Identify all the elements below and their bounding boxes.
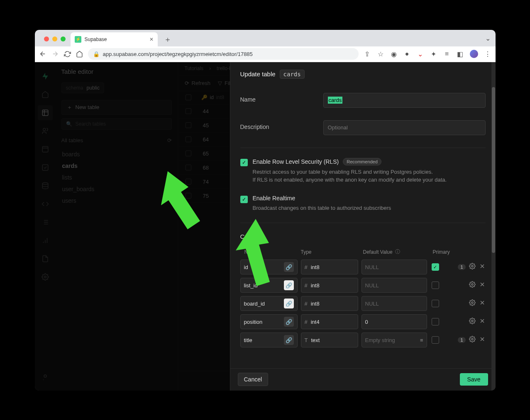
remove-column-icon[interactable] <box>479 281 486 289</box>
link-icon[interactable]: 🔗 <box>284 280 294 290</box>
table-nav-icon[interactable] <box>38 105 53 120</box>
auth-nav-icon[interactable] <box>38 124 53 138</box>
column-default-input[interactable]: NULL <box>361 260 427 274</box>
app-content: Table editor schema public ＋ New table 🔍… <box>35 62 496 391</box>
list-nav-icon[interactable] <box>38 215 53 230</box>
table-list-item-cards[interactable]: cards <box>61 160 172 172</box>
gear-icon[interactable] <box>469 336 476 344</box>
side-panel-icon[interactable]: ◧ <box>457 50 464 58</box>
gear-icon[interactable] <box>469 263 476 271</box>
search-tables-input[interactable]: 🔍 Search tables <box>61 118 172 130</box>
new-tab-button[interactable]: ＋ <box>162 34 173 45</box>
row-checkbox[interactable] <box>186 193 191 199</box>
column-default-input[interactable]: NULL <box>361 296 427 311</box>
col-header-primary: Primary <box>433 249 458 255</box>
column-default-input[interactable]: NULL <box>361 278 427 293</box>
chevron-down-icon[interactable]: ⌄ <box>485 34 491 42</box>
storage-nav-icon[interactable] <box>38 142 53 157</box>
primary-key-checkbox[interactable] <box>432 318 439 325</box>
reports-nav-icon[interactable] <box>38 233 53 248</box>
minimize-window-button[interactable] <box>52 36 57 41</box>
close-window-button[interactable] <box>44 36 49 41</box>
breadcrumb-project[interactable]: Tutorials <box>185 66 204 71</box>
extension-icon-2[interactable]: ● <box>403 50 411 58</box>
reading-list-icon[interactable]: ≡ <box>443 50 451 58</box>
star-icon[interactable]: ☆ <box>377 50 384 58</box>
cancel-button[interactable]: Cancel <box>238 373 269 386</box>
drawer-scrollbar[interactable] <box>491 62 496 391</box>
column-type-select[interactable]: Ttext <box>301 333 358 347</box>
column-default-input[interactable]: Empty string≡ <box>361 333 427 347</box>
back-button[interactable] <box>39 50 46 58</box>
menu-icon[interactable]: ⋮ <box>484 50 491 58</box>
link-icon[interactable]: 🔗 <box>284 317 294 327</box>
row-checkbox[interactable] <box>186 165 191 170</box>
browser-tab[interactable]: ⚡ Supabase ✕ <box>71 32 158 46</box>
table-list-item-boards[interactable]: boards <box>61 148 172 160</box>
gear-icon[interactable] <box>469 318 476 326</box>
database-nav-icon[interactable] <box>38 178 53 193</box>
remove-column-icon[interactable] <box>479 263 486 271</box>
row-checkbox[interactable] <box>186 136 191 142</box>
share-icon[interactable]: ⇪ <box>364 50 371 58</box>
table-list-item-user_boards[interactable]: user_boards <box>61 183 172 195</box>
primary-key-checkbox[interactable]: ✓ <box>432 263 439 271</box>
remove-column-icon[interactable] <box>479 318 486 326</box>
docs-nav-icon[interactable] <box>38 251 53 266</box>
column-type-select[interactable]: #int8 <box>301 260 358 274</box>
primary-key-checkbox[interactable] <box>432 282 439 289</box>
column-name-input[interactable]: id🔗 <box>240 260 298 274</box>
row-checkbox[interactable] <box>186 179 191 185</box>
column-type-select[interactable]: #int8 <box>301 278 358 293</box>
table-list-item-lists[interactable]: lists <box>61 172 172 183</box>
gear-icon[interactable] <box>469 299 476 308</box>
scrollbar-thumb[interactable] <box>492 87 495 253</box>
rls-checkbox[interactable]: ✓ <box>240 159 248 166</box>
link-icon[interactable]: 🔗 <box>284 335 294 345</box>
description-input[interactable] <box>323 120 486 135</box>
remove-column-icon[interactable] <box>479 336 486 344</box>
column-type-select[interactable]: #int4 <box>301 314 358 329</box>
home-nav-icon[interactable] <box>38 87 53 102</box>
address-bar[interactable]: 🔒 app.supabase.com/project/tegzegkpgiyzr… <box>88 48 359 60</box>
list-icon[interactable]: ≡ <box>420 337 423 343</box>
remove-column-icon[interactable] <box>479 299 486 308</box>
column-type-select[interactable]: #int8 <box>301 296 358 311</box>
close-tab-icon[interactable]: ✕ <box>149 36 154 42</box>
column-name-input[interactable]: board_id🔗 <box>240 296 298 311</box>
column-name-input[interactable]: title🔗 <box>240 333 298 347</box>
column-name-input[interactable]: list_id🔗 <box>240 278 298 293</box>
primary-key-checkbox[interactable] <box>432 336 439 344</box>
help-icon[interactable]: ⓘ <box>395 248 400 255</box>
link-icon[interactable]: 🔗 <box>284 262 294 272</box>
maximize-window-button[interactable] <box>61 36 66 41</box>
row-checkbox[interactable] <box>186 108 191 114</box>
pocket-icon[interactable]: ⌄ <box>417 50 424 58</box>
supabase-logo-icon[interactable] <box>38 69 53 84</box>
gear-icon[interactable] <box>469 281 476 289</box>
refresh-tables-icon[interactable]: ⟳ <box>167 137 172 143</box>
user-nav-icon[interactable] <box>38 370 53 385</box>
schema-selector[interactable]: schema public <box>61 83 104 93</box>
profile-avatar[interactable] <box>470 50 478 58</box>
table-list-item-users[interactable]: users <box>61 195 172 206</box>
sql-nav-icon[interactable] <box>38 197 53 211</box>
column-default-input[interactable]: 0 <box>361 314 427 329</box>
save-button[interactable]: Save <box>460 373 488 386</box>
extension-icon-1[interactable]: ◉ <box>390 50 398 58</box>
settings-nav-icon[interactable] <box>38 269 53 284</box>
name-input[interactable]: cards <box>323 93 486 108</box>
primary-key-checkbox[interactable] <box>432 300 439 307</box>
realtime-checkbox[interactable]: ✓ <box>240 196 248 203</box>
extensions-icon[interactable]: ✦ <box>430 50 437 58</box>
refresh-button[interactable]: ⟳ Refresh <box>185 80 211 86</box>
edge-functions-nav-icon[interactable] <box>38 160 53 175</box>
row-checkbox[interactable] <box>186 151 191 156</box>
link-icon[interactable]: 🔗 <box>284 299 294 308</box>
new-table-button[interactable]: ＋ New table <box>61 100 172 115</box>
select-all-checkbox[interactable] <box>186 95 191 100</box>
reload-button[interactable] <box>64 51 71 58</box>
row-checkbox[interactable] <box>186 122 191 128</box>
home-button[interactable] <box>76 51 83 58</box>
column-name-input[interactable]: position🔗 <box>240 314 298 329</box>
